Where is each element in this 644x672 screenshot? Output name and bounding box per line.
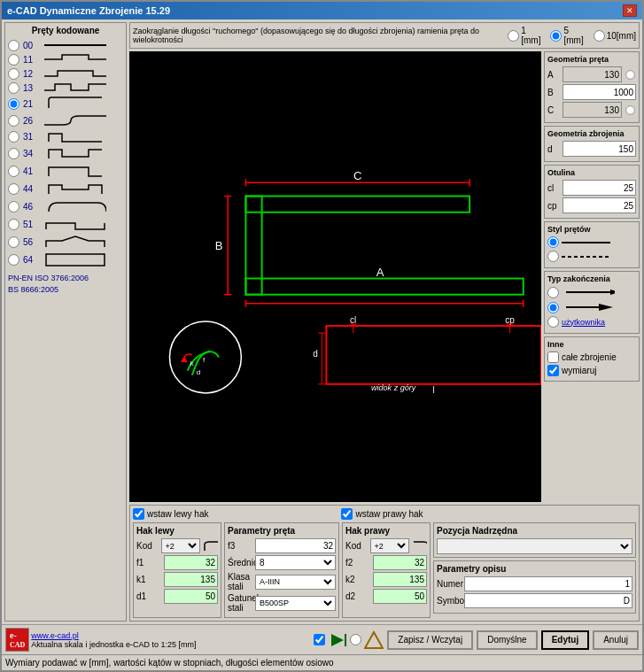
f2-label: f2 bbox=[345, 558, 370, 568]
rounding-opt1[interactable]: 1 [mm] bbox=[508, 26, 545, 45]
A-label: A bbox=[547, 70, 560, 80]
pret-radio-11[interactable] bbox=[8, 54, 19, 66]
rounding-radio-1[interactable] bbox=[508, 30, 519, 42]
pret-shape-31 bbox=[44, 129, 106, 143]
pret-radio-56[interactable] bbox=[8, 236, 19, 248]
toolbar-radio[interactable] bbox=[350, 634, 361, 645]
rounding-opt3[interactable]: 10[mm] bbox=[594, 30, 636, 42]
wymiaruj-row: wymiaruj bbox=[547, 365, 636, 376]
ecad-url[interactable]: www.e-cad.pl bbox=[31, 631, 196, 640]
d1-input[interactable] bbox=[164, 589, 218, 604]
rounding-opt3-label: 10[mm] bbox=[607, 31, 636, 41]
styl-pretow-title: Styl prętów bbox=[547, 225, 636, 234]
k1-input[interactable] bbox=[164, 572, 218, 587]
play-icon[interactable] bbox=[328, 630, 347, 650]
pret-item-56: 56 bbox=[8, 234, 123, 250]
rounding-radio-5[interactable] bbox=[550, 30, 562, 42]
prawy-hak-text: wstaw prawy hak bbox=[355, 509, 423, 519]
lewy-hak-label[interactable]: wstaw lewy hak bbox=[133, 508, 208, 520]
f2-input[interactable] bbox=[373, 555, 427, 570]
A-input[interactable] bbox=[563, 66, 622, 82]
kod-prawy-row: Kod +2+10 bbox=[345, 538, 427, 553]
d-zbr-input[interactable] bbox=[563, 141, 636, 157]
triangle-icon[interactable] bbox=[364, 630, 384, 650]
kod-lewy-select[interactable]: +2+10-1 bbox=[161, 538, 200, 553]
lewy-hak-cb[interactable] bbox=[133, 508, 144, 520]
pret-shape-26 bbox=[44, 113, 106, 127]
pret-radio-41[interactable] bbox=[8, 166, 19, 177]
uzytkownika-label[interactable]: użytkownika bbox=[562, 318, 605, 327]
zapisz-button[interactable]: Zapisz / Wczytaj bbox=[387, 630, 473, 650]
e-cad-top: e- bbox=[10, 630, 25, 641]
rounding-radio-10[interactable] bbox=[594, 30, 605, 42]
otulina-box: Otulina cl cp bbox=[544, 165, 640, 219]
numer-input[interactable] bbox=[464, 576, 632, 591]
edytuj-button[interactable]: Edytuj bbox=[541, 630, 590, 650]
pret-radio-51[interactable] bbox=[8, 219, 19, 230]
kod-prawy-select[interactable]: +2+10 bbox=[370, 538, 409, 553]
d2-input[interactable] bbox=[373, 589, 427, 604]
bottom-panels-row: Hak lewy Kod +2+10-1 f1 bbox=[133, 522, 636, 618]
B-input[interactable] bbox=[563, 84, 636, 100]
close-button[interactable]: ✕ bbox=[623, 4, 637, 17]
A-radio[interactable] bbox=[625, 70, 634, 79]
pret-shape-64 bbox=[44, 251, 106, 267]
geometria-preta-title: Geometria pręta bbox=[547, 55, 636, 64]
svg-text:C: C bbox=[353, 169, 361, 182]
otulina-title: Otulina bbox=[547, 168, 636, 177]
pret-item-46: 46 bbox=[8, 198, 123, 214]
pret-radio-26[interactable] bbox=[8, 115, 19, 127]
d2-label: d2 bbox=[345, 591, 370, 601]
svg-text:cl: cl bbox=[350, 315, 356, 325]
pret-radio-21[interactable] bbox=[8, 98, 19, 110]
pret-radio-12[interactable] bbox=[8, 68, 19, 80]
klasa-stali-select[interactable]: A-IIINA-III bbox=[255, 575, 336, 590]
f1-input[interactable] bbox=[164, 555, 218, 570]
pret-list: 00 11 12 bbox=[8, 39, 123, 269]
C-input[interactable] bbox=[563, 102, 622, 118]
typ-radio-2 bbox=[547, 301, 636, 313]
pozycja-params-col: Pozycja Nadrzędna Parametry opisu Numer bbox=[433, 522, 636, 618]
pret-item-34: 34 bbox=[8, 145, 123, 161]
field-row-d-zbr: d bbox=[547, 141, 636, 157]
anuluj-button[interactable]: Anuluj bbox=[593, 630, 639, 650]
toolbar-cb[interactable] bbox=[314, 634, 325, 645]
symbol-input[interactable] bbox=[464, 593, 632, 608]
field-row-cp: cp bbox=[547, 197, 636, 213]
f3-input[interactable] bbox=[255, 538, 336, 553]
geometria-zbrojenia-box: Geometria zbrojenia d bbox=[544, 126, 640, 162]
pret-radio-46[interactable] bbox=[8, 201, 19, 212]
d2-row: d2 bbox=[345, 589, 427, 604]
pret-item-13: 13 bbox=[8, 81, 123, 94]
field-row-cl: cl bbox=[547, 180, 636, 196]
pret-radio-44[interactable] bbox=[8, 183, 19, 195]
pret-radio-31[interactable] bbox=[8, 131, 19, 143]
prawy-hak-cb[interactable] bbox=[341, 508, 353, 520]
prawy-hak-label[interactable]: wstaw prawy hak bbox=[341, 508, 423, 520]
pret-radio-34[interactable] bbox=[8, 148, 19, 159]
symbol-row: Symbol bbox=[437, 593, 632, 608]
klasa-stali-label: Klasa stali bbox=[228, 572, 252, 591]
cale-zbrojenie-cb[interactable] bbox=[547, 351, 559, 363]
srednica-select[interactable]: 81012 bbox=[255, 555, 336, 570]
pret-radio-13[interactable] bbox=[8, 82, 19, 94]
rounding-opt2[interactable]: 5 [mm] bbox=[550, 26, 587, 45]
C-radio[interactable] bbox=[625, 105, 634, 114]
svg-marker-41 bbox=[599, 304, 613, 311]
domyslne-button[interactable]: Domyślne bbox=[477, 630, 537, 650]
gatunek-stali-select[interactable]: B500SPB500B bbox=[255, 596, 336, 611]
parametry-preta-box: Parametry pręta f3 Średnica 81012 bbox=[224, 522, 339, 618]
pret-item-41: 41 bbox=[8, 163, 123, 179]
cl-input[interactable] bbox=[563, 180, 636, 196]
pret-radio-64[interactable] bbox=[8, 254, 19, 266]
window-title: e-CAD Dynamiczne Zbrojenie 15.29 bbox=[7, 5, 170, 16]
pret-radio-00[interactable] bbox=[8, 40, 19, 51]
pozycja-select[interactable] bbox=[437, 538, 632, 554]
k2-input[interactable] bbox=[373, 572, 427, 587]
svg-text:cp: cp bbox=[505, 315, 515, 325]
cp-input[interactable] bbox=[563, 197, 636, 213]
styl-radio-2 bbox=[547, 251, 636, 262]
svg-rect-4 bbox=[245, 279, 523, 295]
wymiaruj-cb[interactable] bbox=[547, 365, 559, 376]
pret-item-21: 21 bbox=[8, 96, 123, 112]
